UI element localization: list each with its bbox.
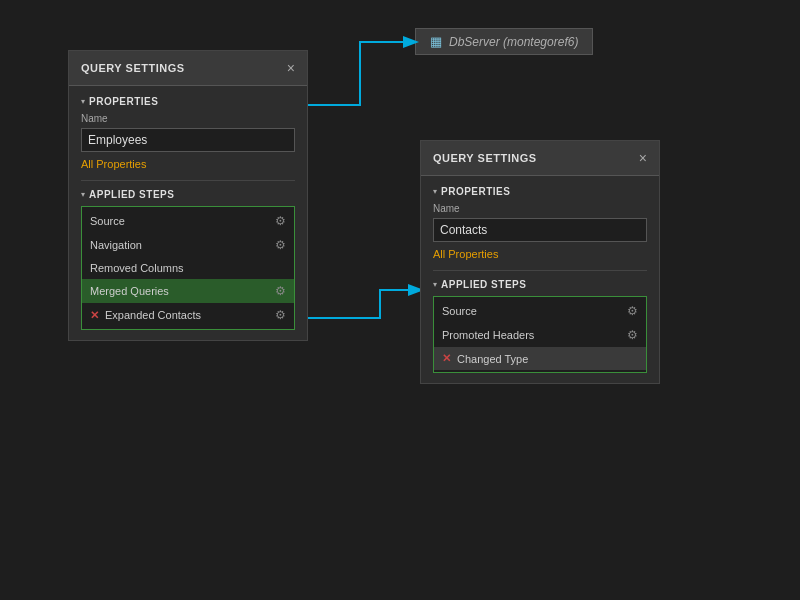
right-properties-triangle-icon: ▾ (433, 187, 437, 196)
left-all-properties-link[interactable]: All Properties (81, 158, 295, 170)
right-properties-section-header: ▾ PROPERTIES (433, 186, 647, 197)
right-panel-body: ▾ PROPERTIES Name All Properties ▾ APPLI… (421, 176, 659, 383)
right-all-properties-link[interactable]: All Properties (433, 248, 647, 260)
step-expanded-contacts-label: Expanded Contacts (105, 309, 201, 321)
step-merged-queries-gear-icon[interactable]: ⚙ (275, 284, 286, 298)
step-source-right[interactable]: Source ⚙ (434, 299, 646, 323)
left-steps-section-header: ▾ APPLIED STEPS (81, 189, 295, 200)
db-server-badge: ▦ DbServer (montegoref6) (415, 28, 593, 55)
right-panel-title: QUERY SETTINGS (433, 152, 537, 164)
left-name-input[interactable] (81, 128, 295, 152)
step-changed-type-label: Changed Type (457, 353, 528, 365)
step-promoted-headers[interactable]: Promoted Headers ⚙ (434, 323, 646, 347)
step-promoted-headers-label: Promoted Headers (442, 329, 534, 341)
step-expanded-contacts-gear-icon[interactable]: ⚙ (275, 308, 286, 322)
right-properties-label: PROPERTIES (441, 186, 510, 197)
database-icon: ▦ (430, 34, 442, 49)
left-steps-label: APPLIED STEPS (89, 189, 174, 200)
step-source-left[interactable]: Source ⚙ (82, 209, 294, 233)
step-source-right-gear-icon[interactable]: ⚙ (627, 304, 638, 318)
right-name-input[interactable] (433, 218, 647, 242)
left-panel-body: ▾ PROPERTIES Name All Properties ▾ APPLI… (69, 86, 307, 340)
db-server-label: DbServer (montegoref6) (449, 35, 578, 49)
left-panel-title: QUERY SETTINGS (81, 62, 185, 74)
left-panel-header: QUERY SETTINGS × (69, 51, 307, 86)
left-name-label: Name (81, 113, 295, 124)
left-panel-close[interactable]: × (287, 61, 295, 75)
step-expanded-contacts-x-icon: ✕ (90, 309, 99, 322)
left-steps-list: Source ⚙ Navigation ⚙ Removed Columns (81, 206, 295, 330)
step-expanded-contacts[interactable]: ✕ Expanded Contacts ⚙ (82, 303, 294, 327)
step-promoted-headers-gear-icon[interactable]: ⚙ (627, 328, 638, 342)
step-navigation-left[interactable]: Navigation ⚙ (82, 233, 294, 257)
right-steps-triangle-icon: ▾ (433, 280, 437, 289)
left-properties-section-header: ▾ PROPERTIES (81, 96, 295, 107)
right-steps-label: APPLIED STEPS (441, 279, 526, 290)
right-name-label: Name (433, 203, 647, 214)
right-panel-header: QUERY SETTINGS × (421, 141, 659, 176)
step-removed-columns[interactable]: Removed Columns (82, 257, 294, 279)
step-removed-columns-label: Removed Columns (90, 262, 184, 274)
left-query-panel: QUERY SETTINGS × ▾ PROPERTIES Name All P… (68, 50, 308, 341)
step-merged-queries-label: Merged Queries (90, 285, 169, 297)
step-source-left-label: Source (90, 215, 125, 227)
properties-triangle-icon: ▾ (81, 97, 85, 106)
step-changed-type[interactable]: ✕ Changed Type (434, 347, 646, 370)
right-panel-close[interactable]: × (639, 151, 647, 165)
step-navigation-gear-icon[interactable]: ⚙ (275, 238, 286, 252)
step-merged-queries[interactable]: Merged Queries ⚙ (82, 279, 294, 303)
steps-triangle-icon: ▾ (81, 190, 85, 199)
right-query-panel: QUERY SETTINGS × ▾ PROPERTIES Name All P… (420, 140, 660, 384)
right-applied-steps-section: ▾ APPLIED STEPS Source ⚙ Promoted Header… (433, 270, 647, 373)
step-source-right-label: Source (442, 305, 477, 317)
right-steps-section-header: ▾ APPLIED STEPS (433, 279, 647, 290)
step-source-left-gear-icon[interactable]: ⚙ (275, 214, 286, 228)
left-applied-steps-section: ▾ APPLIED STEPS Source ⚙ Navigation ⚙ (81, 180, 295, 330)
step-changed-type-x-icon: ✕ (442, 352, 451, 365)
step-navigation-label: Navigation (90, 239, 142, 251)
right-steps-list: Source ⚙ Promoted Headers ⚙ ✕ Changed Ty… (433, 296, 647, 373)
left-properties-label: PROPERTIES (89, 96, 158, 107)
